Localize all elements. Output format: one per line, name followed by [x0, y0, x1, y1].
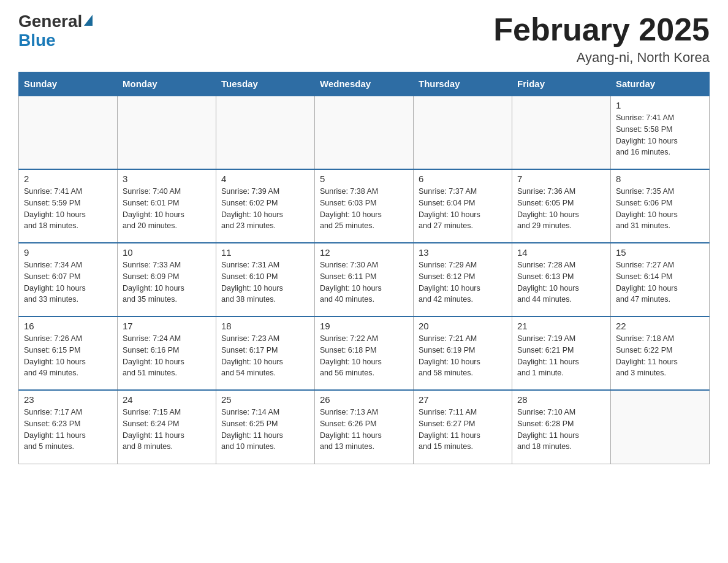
table-row — [315, 96, 414, 169]
day-info: Sunrise: 7:24 AMSunset: 6:16 PMDaylight:… — [123, 333, 211, 379]
day-number: 2 — [24, 174, 112, 184]
logo-blue-label: Blue — [18, 31, 56, 50]
logo: General Blue — [18, 12, 93, 50]
logo-blue-text: Blue — [18, 31, 56, 50]
logo-text: General — [18, 12, 93, 31]
day-info: Sunrise: 7:11 AMSunset: 6:27 PMDaylight:… — [419, 407, 507, 453]
day-number: 26 — [320, 394, 408, 405]
day-info: Sunrise: 7:18 AMSunset: 6:22 PMDaylight:… — [616, 333, 704, 379]
day-info: Sunrise: 7:41 AMSunset: 5:58 PMDaylight:… — [616, 112, 704, 158]
day-number: 11 — [221, 247, 309, 258]
day-info: Sunrise: 7:26 AMSunset: 6:15 PMDaylight:… — [24, 333, 112, 379]
day-info: Sunrise: 7:15 AMSunset: 6:24 PMDaylight:… — [123, 407, 211, 453]
day-number: 23 — [24, 394, 112, 405]
header-monday: Monday — [118, 72, 216, 96]
day-number: 7 — [517, 174, 605, 184]
table-row: 10Sunrise: 7:33 AMSunset: 6:09 PMDayligh… — [118, 243, 216, 316]
day-number: 5 — [320, 174, 408, 184]
day-info: Sunrise: 7:34 AMSunset: 6:07 PMDaylight:… — [24, 259, 112, 305]
header-thursday: Thursday — [414, 72, 512, 96]
table-row: 27Sunrise: 7:11 AMSunset: 6:27 PMDayligh… — [414, 390, 512, 464]
day-info: Sunrise: 7:41 AMSunset: 5:59 PMDaylight:… — [24, 186, 112, 232]
header-friday: Friday — [512, 72, 611, 96]
table-row: 11Sunrise: 7:31 AMSunset: 6:10 PMDayligh… — [216, 243, 315, 316]
day-info: Sunrise: 7:33 AMSunset: 6:09 PMDaylight:… — [123, 259, 211, 305]
day-info: Sunrise: 7:21 AMSunset: 6:19 PMDaylight:… — [419, 333, 507, 379]
day-number: 14 — [517, 247, 605, 258]
table-row: 28Sunrise: 7:10 AMSunset: 6:28 PMDayligh… — [512, 390, 611, 464]
table-row: 3Sunrise: 7:40 AMSunset: 6:01 PMDaylight… — [118, 169, 216, 243]
logo-icon-wrap — [82, 12, 93, 31]
day-number: 6 — [419, 174, 507, 184]
table-row: 26Sunrise: 7:13 AMSunset: 6:26 PMDayligh… — [315, 390, 414, 464]
week-row-3: 16Sunrise: 7:26 AMSunset: 6:15 PMDayligh… — [19, 316, 710, 390]
table-row: 17Sunrise: 7:24 AMSunset: 6:16 PMDayligh… — [118, 316, 216, 390]
header-wednesday: Wednesday — [315, 72, 414, 96]
table-row: 1Sunrise: 7:41 AMSunset: 5:58 PMDaylight… — [611, 96, 710, 169]
day-info: Sunrise: 7:38 AMSunset: 6:03 PMDaylight:… — [320, 186, 408, 232]
calendar-subtitle: Ayang-ni, North Korea — [493, 50, 710, 66]
table-row: 15Sunrise: 7:27 AMSunset: 6:14 PMDayligh… — [611, 243, 710, 316]
table-row: 20Sunrise: 7:21 AMSunset: 6:19 PMDayligh… — [414, 316, 512, 390]
day-info: Sunrise: 7:17 AMSunset: 6:23 PMDaylight:… — [24, 407, 112, 453]
header-sunday: Sunday — [19, 72, 118, 96]
day-number: 3 — [123, 174, 211, 184]
title-block: February 2025 Ayang-ni, North Korea — [493, 12, 710, 66]
day-info: Sunrise: 7:30 AMSunset: 6:11 PMDaylight:… — [320, 259, 408, 305]
day-number: 9 — [24, 247, 112, 258]
table-row: 25Sunrise: 7:14 AMSunset: 6:25 PMDayligh… — [216, 390, 315, 464]
day-number: 16 — [24, 321, 112, 331]
day-info: Sunrise: 7:36 AMSunset: 6:05 PMDaylight:… — [517, 186, 605, 232]
table-row: 18Sunrise: 7:23 AMSunset: 6:17 PMDayligh… — [216, 316, 315, 390]
week-row-4: 23Sunrise: 7:17 AMSunset: 6:23 PMDayligh… — [19, 390, 710, 464]
day-number: 4 — [221, 174, 309, 184]
table-row — [216, 96, 315, 169]
week-row-0: 1Sunrise: 7:41 AMSunset: 5:58 PMDaylight… — [19, 96, 710, 169]
table-row: 24Sunrise: 7:15 AMSunset: 6:24 PMDayligh… — [118, 390, 216, 464]
day-number: 27 — [419, 394, 507, 405]
table-row: 8Sunrise: 7:35 AMSunset: 6:06 PMDaylight… — [611, 169, 710, 243]
logo-general: General — [18, 12, 82, 31]
day-number: 21 — [517, 321, 605, 331]
day-info: Sunrise: 7:22 AMSunset: 6:18 PMDaylight:… — [320, 333, 408, 379]
table-row: 2Sunrise: 7:41 AMSunset: 5:59 PMDaylight… — [19, 169, 118, 243]
logo-triangle-icon — [84, 15, 93, 26]
calendar-title: February 2025 — [493, 12, 710, 47]
table-row: 21Sunrise: 7:19 AMSunset: 6:21 PMDayligh… — [512, 316, 611, 390]
day-number: 10 — [123, 247, 211, 258]
day-number: 19 — [320, 321, 408, 331]
day-info: Sunrise: 7:13 AMSunset: 6:26 PMDaylight:… — [320, 407, 408, 453]
header-saturday: Saturday — [611, 72, 710, 96]
week-row-2: 9Sunrise: 7:34 AMSunset: 6:07 PMDaylight… — [19, 243, 710, 316]
table-row: 7Sunrise: 7:36 AMSunset: 6:05 PMDaylight… — [512, 169, 611, 243]
day-number: 20 — [419, 321, 507, 331]
day-info: Sunrise: 7:35 AMSunset: 6:06 PMDaylight:… — [616, 186, 704, 232]
day-number: 12 — [320, 247, 408, 258]
calendar-table: Sunday Monday Tuesday Wednesday Thursday… — [18, 72, 710, 464]
table-row: 16Sunrise: 7:26 AMSunset: 6:15 PMDayligh… — [19, 316, 118, 390]
table-row: 9Sunrise: 7:34 AMSunset: 6:07 PMDaylight… — [19, 243, 118, 316]
header-tuesday: Tuesday — [216, 72, 315, 96]
day-number: 25 — [221, 394, 309, 405]
day-info: Sunrise: 7:31 AMSunset: 6:10 PMDaylight:… — [221, 259, 309, 305]
day-number: 28 — [517, 394, 605, 405]
table-row — [611, 390, 710, 464]
day-number: 8 — [616, 174, 704, 184]
week-row-1: 2Sunrise: 7:41 AMSunset: 5:59 PMDaylight… — [19, 169, 710, 243]
day-number: 17 — [123, 321, 211, 331]
day-info: Sunrise: 7:10 AMSunset: 6:28 PMDaylight:… — [517, 407, 605, 453]
day-number: 15 — [616, 247, 704, 258]
day-info: Sunrise: 7:27 AMSunset: 6:14 PMDaylight:… — [616, 259, 704, 305]
day-info: Sunrise: 7:14 AMSunset: 6:25 PMDaylight:… — [221, 407, 309, 453]
table-row — [19, 96, 118, 169]
table-row — [512, 96, 611, 169]
day-info: Sunrise: 7:37 AMSunset: 6:04 PMDaylight:… — [419, 186, 507, 232]
table-row: 13Sunrise: 7:29 AMSunset: 6:12 PMDayligh… — [414, 243, 512, 316]
page-header: General Blue February 2025 Ayang-ni, Nor… — [18, 12, 710, 66]
table-row: 5Sunrise: 7:38 AMSunset: 6:03 PMDaylight… — [315, 169, 414, 243]
day-info: Sunrise: 7:39 AMSunset: 6:02 PMDaylight:… — [221, 186, 309, 232]
day-info: Sunrise: 7:29 AMSunset: 6:12 PMDaylight:… — [419, 259, 507, 305]
day-info: Sunrise: 7:19 AMSunset: 6:21 PMDaylight:… — [517, 333, 605, 379]
day-info: Sunrise: 7:28 AMSunset: 6:13 PMDaylight:… — [517, 259, 605, 305]
table-row: 14Sunrise: 7:28 AMSunset: 6:13 PMDayligh… — [512, 243, 611, 316]
